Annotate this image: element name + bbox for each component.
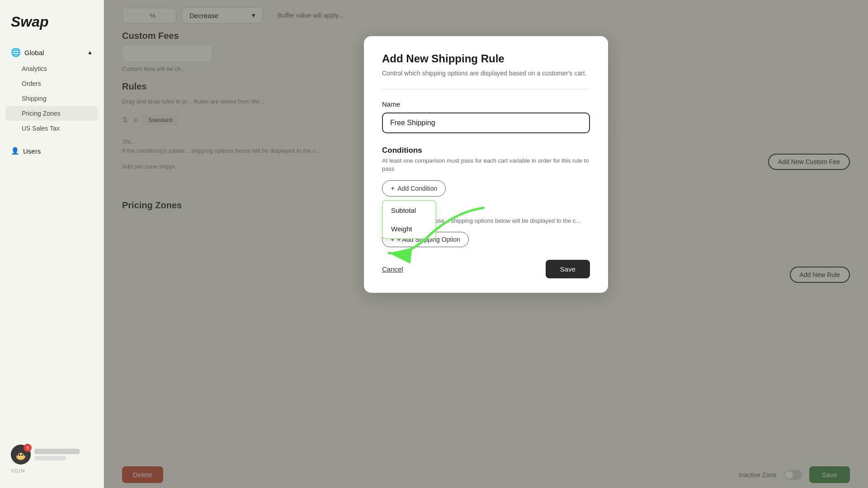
sidebar-item-shipping[interactable]: Shipping [5,91,98,106]
sidebar-bottom: 9 V.0.04 [0,439,104,479]
add-condition-label: Add Condition [397,185,437,192]
add-shipping-rule-modal: Add New Shipping Rule Control which ship… [364,36,608,293]
sidebar-item-pricing-zones[interactable]: Pricing Zones [5,106,98,121]
user-info [34,449,80,460]
sidebar-global-label: Global [24,49,44,56]
app-logo: Swap [0,9,104,44]
dropdown-item-weight[interactable]: Weight [383,220,435,238]
user-profile-area: 9 [11,445,93,465]
svg-point-6 [21,454,23,456]
condition-dropdown: Subtotal Weight [382,200,436,239]
avatar-wrapper: 9 [11,445,31,465]
plus-icon: + [391,184,395,192]
svg-point-5 [19,454,20,456]
conditions-title: Conditions [382,146,590,155]
version-label: V.0.04 [11,468,93,474]
modal-footer: Cancel Save [382,260,590,278]
sidebar-item-users[interactable]: 👤 Users [5,143,98,159]
chevron-up-icon: ▲ [87,49,93,56]
sidebar: Swap 🌐 Global ▲ Analytics Orders Shippin… [0,0,104,488]
user-name-placeholder [34,449,80,454]
notification-badge: 9 [24,444,32,452]
main-content: 0 % Decrease ▾ Buffer value will apply..… [104,0,868,488]
name-input[interactable] [382,113,590,133]
sidebar-item-orders[interactable]: Orders [5,76,98,91]
cancel-button[interactable]: Cancel [382,265,403,273]
sidebar-global-header[interactable]: 🌐 Global ▲ [5,44,98,61]
modal-save-button[interactable]: Save [546,260,590,278]
modal-title: Add New Shipping Rule [382,52,590,65]
add-condition-button[interactable]: + Add Condition [382,180,446,197]
svg-point-4 [18,453,24,458]
modal-backdrop: Add New Shipping Rule Control which ship… [104,0,868,488]
sidebar-users-label: Users [23,147,41,155]
user-email-placeholder [34,456,66,460]
dropdown-item-subtotal[interactable]: Subtotal [383,201,435,220]
globe-icon: 🌐 [11,47,21,57]
sidebar-item-analytics[interactable]: Analytics [5,61,98,76]
modal-divider [382,89,590,89]
conditions-desc: At least one comparison must pass for ea… [382,157,590,173]
sidebar-users-section: 👤 Users [0,140,104,159]
sidebar-item-us-sales-tax[interactable]: US Sales Tax [5,121,98,136]
users-icon: 👤 [11,147,19,155]
name-label: Name [382,100,590,108]
add-condition-container: + Add Condition Subtotal Weight [382,180,446,197]
modal-subtitle: Control which shipping options are displ… [382,69,590,78]
sidebar-global-section: 🌐 Global ▲ Analytics Orders Shipping Pri… [0,44,104,136]
